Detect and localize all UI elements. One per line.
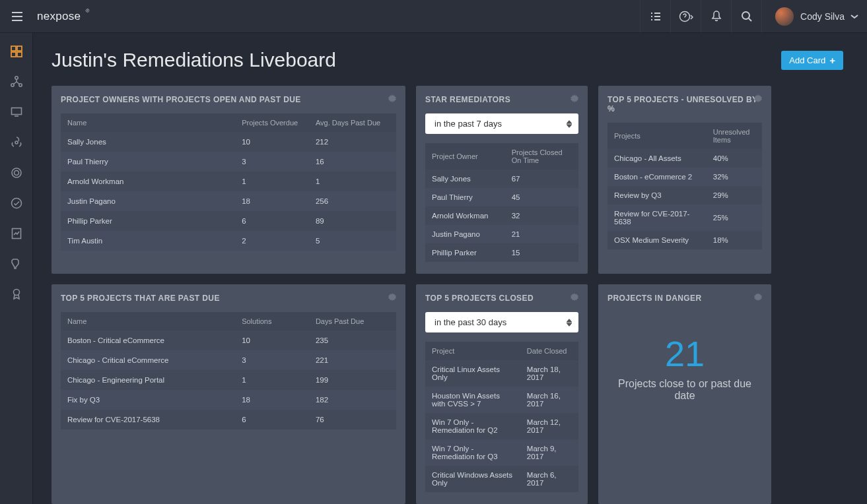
nav-node-icon[interactable] <box>9 74 24 90</box>
danger-caption: Projects close to or past due date <box>607 378 762 402</box>
avatar <box>775 7 794 26</box>
table-cell: 3 <box>235 152 309 172</box>
table-cell: 18 <box>235 191 309 211</box>
nav-hazard-icon[interactable] <box>9 135 24 150</box>
col-avg: Avg. Days Past Due <box>309 113 396 132</box>
table-row[interactable]: Win 7 Only - Remediation for Q2March 12,… <box>425 413 578 439</box>
nav-automation-icon[interactable] <box>9 256 24 272</box>
table-row[interactable]: Arnold Workman32 <box>425 206 578 225</box>
chevron-down-icon <box>850 14 859 19</box>
table-row[interactable]: Chicago - All Assets40% <box>607 149 762 168</box>
table-cell: Sally Jones <box>61 132 235 152</box>
table-row[interactable]: Justin Pagano21 <box>425 225 578 243</box>
nav-target-icon[interactable] <box>9 165 24 181</box>
svg-rect-9 <box>11 108 21 115</box>
table-cell: 67 <box>505 170 578 188</box>
star-remediators-table: Project Owner Projects Closed On Time Sa… <box>425 143 578 262</box>
card-projects-in-danger: PROJECTS IN DANGER 21 Projects close to … <box>598 284 771 504</box>
timeframe-select[interactable]: in the past 30 days <box>425 312 578 332</box>
nav-report-icon[interactable] <box>9 226 24 241</box>
nav-dashboard-icon[interactable] <box>9 44 24 59</box>
table-row[interactable]: Critical Linux Assets OnlyMarch 18, 2017 <box>425 360 578 387</box>
plus-icon: + <box>829 55 835 65</box>
svg-point-12 <box>14 171 18 175</box>
page-title: Justin's Remediations Liveboard <box>52 49 336 71</box>
gear-icon[interactable] <box>753 94 763 106</box>
svg-point-13 <box>11 199 21 208</box>
table-row[interactable]: Paul Thierry316 <box>61 152 396 172</box>
add-card-button[interactable]: Add Card + <box>781 51 843 70</box>
card-star-remediators: STAR REMEDIATORS in the past 7 days Proj… <box>416 86 588 274</box>
table-cell: 212 <box>309 132 396 152</box>
table-cell: Review by Q3 <box>607 186 707 205</box>
nav-badge-icon[interactable] <box>9 286 24 302</box>
gear-icon[interactable] <box>387 94 398 106</box>
list-icon[interactable] <box>640 0 670 33</box>
table-row[interactable]: Win 7 Only - Remediation for Q3March 9, … <box>425 439 578 466</box>
main: Justin's Remediations Liveboard Add Card… <box>33 33 867 504</box>
table-row[interactable]: Chicago - Engineering Portal1199 <box>61 370 396 390</box>
col-owner: Project Owner <box>425 143 505 170</box>
table-cell: 15 <box>505 243 578 262</box>
table-cell: Win 7 Only - Remediation for Q3 <box>425 439 520 466</box>
search-icon[interactable] <box>731 0 761 33</box>
table-row[interactable]: Chicago - Critical eCommerce3221 <box>61 350 396 370</box>
top-icons <box>640 0 761 33</box>
table-cell: 1 <box>235 172 309 191</box>
table-row[interactable]: Boston - Critical eCommerce10235 <box>61 331 396 350</box>
table-row[interactable]: Fix by Q318182 <box>61 390 396 410</box>
table-cell: Chicago - Critical eCommerce <box>61 350 235 370</box>
table-cell: Sally Jones <box>425 170 505 188</box>
page-header: Justin's Remediations Liveboard Add Card… <box>52 49 843 71</box>
col-closed: Projects Closed On Time <box>505 143 578 170</box>
table-row[interactable]: Sally Jones10212 <box>61 132 396 152</box>
nav-check-icon[interactable] <box>9 195 24 211</box>
help-icon[interactable] <box>670 0 701 33</box>
svg-rect-4 <box>11 52 16 57</box>
col-unresolved: Unresolved Items <box>707 123 762 149</box>
table-row[interactable]: Arnold Workman11 <box>61 172 396 191</box>
table-cell: Justin Pagano <box>425 225 505 243</box>
table-row[interactable]: Houston Win Assets with CVSS > 7March 16… <box>425 387 578 413</box>
top5-past-due-table: Name Solutions Days Past Due Boston - Cr… <box>61 312 396 429</box>
table-row[interactable]: Paul Thierry45 <box>425 188 578 206</box>
table-row[interactable]: Boston - eCommerce 232% <box>607 168 762 186</box>
gear-icon[interactable] <box>569 292 580 305</box>
menu-button[interactable] <box>7 6 28 27</box>
table-row[interactable]: Justin Pagano18256 <box>61 191 396 211</box>
table-cell: Chicago - Engineering Portal <box>61 370 235 390</box>
table-cell: March 12, 2017 <box>520 413 578 439</box>
col-date: Date Closed <box>520 342 578 360</box>
gear-icon[interactable] <box>387 292 398 305</box>
gear-icon[interactable] <box>569 94 580 106</box>
table-row[interactable]: Critical Windows Assets OnlyMarch 6, 201… <box>425 466 578 492</box>
col-overdue: Projects Overdue <box>235 113 309 132</box>
table-row[interactable]: Review for CVE-2017-5638676 <box>61 410 396 429</box>
table-row[interactable]: OSX Medium Severity18% <box>607 231 762 249</box>
table-cell: Boston - Critical eCommerce <box>61 331 235 350</box>
table-row[interactable]: Phillip Parker689 <box>61 211 396 231</box>
table-cell: Justin Pagano <box>61 191 235 211</box>
table-row[interactable]: Review for CVE-2017-563825% <box>607 205 762 231</box>
nav-monitor-icon[interactable] <box>9 104 24 120</box>
gear-icon[interactable] <box>753 292 763 305</box>
danger-count: 21 <box>607 333 762 374</box>
bell-icon[interactable] <box>701 0 731 33</box>
user-menu[interactable]: Cody Silva <box>761 0 859 33</box>
owners-overdue-table: Name Projects Overdue Avg. Days Past Due… <box>61 113 396 251</box>
card-top5-unresolved: TOP 5 PROJECTS - UNRESOLVED BY % Project… <box>598 86 771 274</box>
table-cell: 199 <box>309 370 396 390</box>
table-row[interactable]: Phillip Parker15 <box>425 243 578 262</box>
table-cell: 182 <box>309 390 396 410</box>
table-row[interactable]: Tim Austin25 <box>61 231 396 251</box>
table-row[interactable]: Review by Q329% <box>607 186 762 205</box>
svg-point-1 <box>742 12 749 19</box>
table-cell: 29% <box>707 186 762 205</box>
card-title: TOP 5 PROJECTS CLOSED <box>425 294 578 303</box>
col-days: Days Past Due <box>309 312 396 331</box>
brand-text: nexpose <box>37 10 81 23</box>
col-project: Project <box>425 342 520 360</box>
timeframe-select[interactable]: in the past 7 days <box>425 113 578 134</box>
col-project: Projects <box>607 123 707 149</box>
table-row[interactable]: Sally Jones67 <box>425 170 578 188</box>
